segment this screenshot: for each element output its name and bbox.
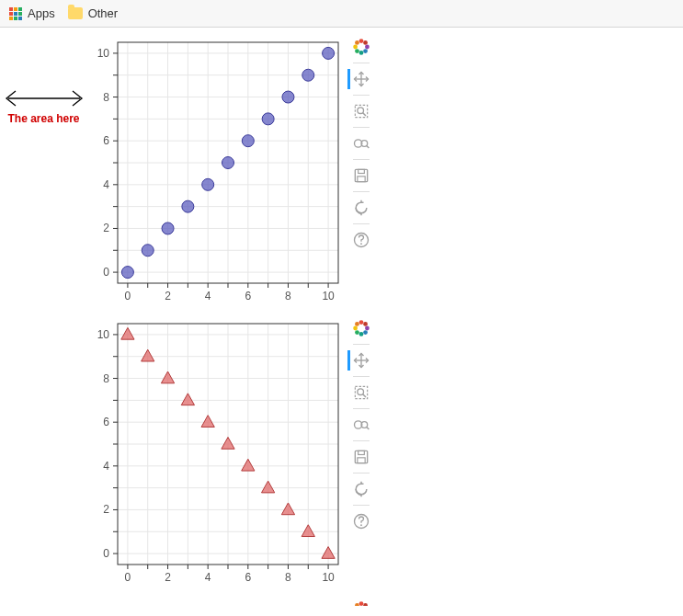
plot-frame-peek — [87, 595, 345, 606]
annotation-label: The area here — [7, 112, 79, 125]
plot-wrap-1: 02468100246810 — [87, 314, 374, 589]
box-zoom-tool-button[interactable] — [348, 380, 374, 405]
svg-text:6: 6 — [245, 571, 251, 584]
plot-toolbar-peek — [348, 595, 374, 606]
box-zoom-icon — [352, 383, 370, 402]
help-icon — [352, 512, 370, 530]
svg-point-70 — [363, 49, 368, 53]
svg-point-163 — [355, 322, 359, 326]
active-tool-indicator — [347, 350, 350, 371]
pan-tool-button[interactable] — [348, 348, 374, 373]
svg-point-66 — [282, 91, 294, 103]
other-label: Other — [88, 6, 119, 20]
svg-point-162 — [353, 326, 358, 331]
svg-point-60 — [162, 222, 174, 234]
svg-point-65 — [262, 113, 274, 125]
svg-text:6: 6 — [245, 290, 251, 302]
svg-point-67 — [302, 69, 314, 81]
help-tool-button[interactable] — [348, 227, 374, 253]
plot-frame-0: 02468100246810 — [87, 32, 345, 308]
save-tool-button[interactable] — [348, 444, 374, 470]
pan-tool-button[interactable] — [348, 66, 374, 92]
scatter-plot-1[interactable]: 02468100246810 — [87, 314, 345, 589]
toolbar-separator — [353, 440, 370, 441]
box-zoom-icon — [352, 102, 370, 120]
svg-text:4: 4 — [205, 571, 211, 584]
svg-point-61 — [182, 200, 194, 212]
wheel-zoom-icon — [352, 416, 370, 434]
svg-point-186 — [363, 603, 368, 606]
svg-point-80 — [358, 108, 364, 114]
svg-rect-87 — [358, 177, 365, 182]
svg-point-59 — [142, 245, 154, 257]
apps-bookmark[interactable]: Apps — [9, 6, 55, 20]
svg-marker-155 — [281, 503, 294, 515]
svg-point-68 — [323, 47, 335, 59]
svg-point-62 — [202, 178, 214, 190]
svg-point-158 — [365, 326, 370, 331]
svg-point-161 — [355, 330, 359, 335]
toolbar-separator — [353, 191, 370, 192]
plots-column: 0246810024681002468100246810 — [87, 32, 374, 606]
svg-text:10: 10 — [97, 328, 110, 341]
svg-marker-153 — [242, 459, 255, 471]
svg-text:6: 6 — [103, 416, 109, 428]
bokeh-logo-button[interactable] — [348, 597, 374, 606]
svg-marker-149 — [161, 371, 174, 383]
save-icon — [352, 448, 370, 466]
help-icon — [352, 231, 370, 249]
toolbar-separator — [353, 408, 370, 409]
svg-rect-176 — [358, 458, 365, 463]
pan-icon — [352, 351, 370, 370]
plot-toolbar — [348, 314, 374, 534]
toolbar-separator — [353, 473, 370, 473]
toolbar-separator — [353, 505, 370, 506]
svg-marker-150 — [181, 394, 194, 405]
help-tool-button[interactable] — [348, 508, 374, 534]
svg-point-159 — [363, 330, 368, 335]
svg-point-184 — [355, 603, 359, 606]
svg-text:8: 8 — [285, 290, 291, 302]
wheel-zoom-tool-button[interactable] — [348, 412, 374, 438]
svg-text:8: 8 — [103, 372, 109, 385]
svg-text:10: 10 — [322, 290, 335, 302]
scatter-plot-0[interactable]: 02468100246810 — [87, 32, 345, 308]
active-tool-indicator — [347, 69, 350, 89]
save-tool-button[interactable] — [348, 163, 374, 188]
bokeh-logo-button[interactable] — [348, 34, 374, 60]
save-icon — [352, 166, 370, 185]
plot-frame-1: 02468100246810 — [87, 314, 345, 589]
svg-point-76 — [363, 40, 368, 45]
svg-point-74 — [355, 40, 359, 45]
svg-text:0: 0 — [125, 571, 131, 584]
other-bookmark[interactable]: Other — [68, 6, 119, 20]
left-margin-area: The area here — [0, 32, 87, 125]
folder-icon — [68, 7, 83, 19]
wheel-zoom-tool-button[interactable] — [348, 131, 374, 156]
svg-text:10: 10 — [97, 47, 110, 60]
wheel-zoom-icon — [352, 134, 370, 153]
toolbar-separator — [353, 127, 370, 128]
apps-label: Apps — [28, 6, 55, 20]
toolbar-separator — [353, 159, 370, 160]
svg-text:4: 4 — [205, 290, 211, 302]
svg-text:10: 10 — [322, 571, 335, 584]
bokeh-logo-button[interactable] — [348, 315, 374, 341]
apps-grid-icon — [9, 7, 22, 20]
svg-point-71 — [359, 51, 364, 55]
svg-text:2: 2 — [103, 503, 109, 516]
box-zoom-tool-button[interactable] — [348, 98, 374, 124]
svg-text:2: 2 — [103, 222, 109, 234]
reset-tool-button[interactable] — [348, 195, 374, 221]
bookmark-bar: Apps Other — [0, 0, 683, 28]
svg-point-164 — [359, 320, 364, 325]
svg-point-165 — [363, 322, 368, 326]
toolbar-separator — [353, 223, 370, 224]
reset-tool-button[interactable] — [348, 476, 374, 502]
svg-point-185 — [359, 601, 364, 606]
svg-text:8: 8 — [103, 91, 109, 104]
svg-point-89 — [360, 243, 362, 245]
svg-line-173 — [367, 428, 370, 430]
page-content: The area here 02468100246810024681002468… — [0, 28, 683, 606]
svg-marker-157 — [322, 547, 335, 559]
